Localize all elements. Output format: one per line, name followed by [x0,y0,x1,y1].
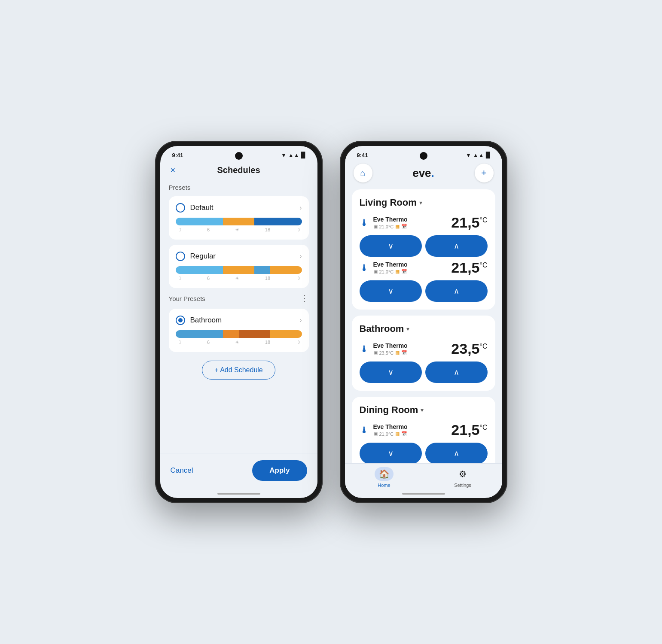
thermo-name-bath: Eve Thermo [373,342,408,349]
calendar-icon-dining: 📅 [401,431,407,437]
schedules-body: Presets Default › [160,182,317,453]
home-indicator [160,489,317,498]
home-circle-button[interactable]: ⌂ [354,164,372,182]
settings-tab-label: Settings [454,483,471,488]
add-button[interactable]: + [475,164,494,182]
bar-seg [223,218,255,225]
home-tab-label: Home [378,483,390,488]
add-schedule-label: + Add Schedule [214,366,263,374]
thermometer-icon-2: 🌡 [360,262,369,273]
thermo-name-dining: Eve Thermo [373,423,408,430]
status-icons-eve: ▼ ▲▲ ▉ [466,152,490,158]
camera [420,152,427,160]
thermo-temp-2: 21,5°C [451,259,487,276]
control-btns-dining: ∨ ∧ [360,443,488,463]
decrease-button-bath[interactable]: ∨ [360,361,422,383]
bar-seg [254,266,270,274]
apply-button[interactable]: Apply [252,460,307,481]
calendar-icon-2: 📅 [401,269,407,274]
room-dropdown-bathroom[interactable]: ▾ [406,325,409,332]
status-time: 9:41 [172,152,183,158]
preset-row-bathroom[interactable]: Bathroom › [176,316,302,325]
schedule-icon: ▦ [395,224,400,229]
home-indicator-eve [345,489,502,498]
preset-row-regular[interactable]: Regular › [176,252,302,261]
room-dropdown-dining[interactable]: ▾ [421,407,424,413]
schedule-bar-bathroom: ☽ 6 ☀ 18 ☽ [176,330,302,345]
thermo-sub-icon-bath: ▣ [373,350,378,355]
bar-seg [176,330,223,338]
room-card-dining: Dining Room ▾ 🌡 Eve Thermo ▣ 21,0°C [352,397,495,463]
room-dropdown-living[interactable]: ▾ [419,199,422,206]
chevron-bathroom: › [299,316,302,324]
eve-dot: . [431,167,434,179]
tab-bar: 🏠 Home ⚙ Settings [345,463,502,489]
close-button[interactable]: × [171,165,176,175]
preset-name-regular: Regular [190,252,216,261]
bar-seg [270,266,302,274]
decrease-button[interactable]: ∨ [360,235,422,257]
room-card-bathroom: Bathroom ▾ 🌡 Eve Thermo ▣ 23,5°C ▦ [352,316,495,391]
thermometer-icon-bath: 🌡 [360,343,369,355]
status-time-eve: 9:41 [357,152,368,158]
settings-tab-icon-wrap: ⚙ [453,467,472,481]
bar-seg [239,330,271,338]
bar-seg [176,266,223,274]
control-btns: ∨ ∧ [360,235,488,257]
phone-schedules: 9:41 ▼ ▲▲ ▉ × Schedules Presets D [155,141,323,503]
decrease-button-dining[interactable]: ∨ [360,443,422,463]
calendar-icon: 📅 [401,224,407,229]
preset-row-default[interactable]: Default › [176,203,302,213]
increase-button[interactable]: ∧ [425,235,488,257]
increase-button-2[interactable]: ∧ [425,280,488,302]
schedules-header: × Schedules [160,162,317,182]
thermometer-icon-dining: 🌡 [360,425,369,436]
tab-home[interactable]: 🏠 Home [345,467,424,488]
decrease-button-2[interactable]: ∨ [360,280,422,302]
add-schedule-button[interactable]: + Add Schedule [202,361,275,380]
thermo-row-bath: 🌡 Eve Thermo ▣ 23,5°C ▦ 📅 [360,340,488,357]
rooms-scroll: Living Room ▾ 🌡 Eve Thermo ▣ 21,0°C [345,189,502,463]
radio-bathroom[interactable] [176,316,185,325]
increase-button-dining[interactable]: ∧ [425,443,488,463]
thermo-sub-temp-bath: 23,5°C [379,350,394,355]
room-name-living: Living Room [360,197,417,208]
room-name-bathroom: Bathroom [360,323,404,334]
preset-card-bathroom: Bathroom › ☽ 6 [169,309,309,352]
more-options-icon[interactable]: ⋮ [300,293,309,304]
schedules-screen: × Schedules Presets Default › [160,162,317,498]
schedule-bar-regular: ☽ 6 ☀ 18 ☽ [176,266,302,281]
bar-seg [270,330,302,338]
eve-logo: eve. [412,167,434,180]
room-name-dining: Dining Room [360,404,418,416]
calendar-icon-bath: 📅 [401,350,407,355]
preset-name-default: Default [190,204,214,212]
status-icons: ▼ ▲▲ ▉ [281,152,305,158]
thermo-sub-temp-dining: 21,0°C [379,431,394,437]
home-tab-icon: 🏠 [379,469,390,479]
eve-screen: ⌂ eve. + Living Room ▾ 🌡 [345,162,502,498]
battery-icon: ▉ [301,152,305,158]
thermo-temp-dining: 21,5°C [451,422,487,438]
schedules-title: Schedules [217,165,260,175]
schedule-icon-dining: ▦ [395,431,400,437]
your-presets-label: Your Presets [169,295,205,302]
thermo-sub-temp: 21,0°C [379,224,394,229]
camera [235,152,243,160]
home-tab-icon-wrap: 🏠 [375,467,394,481]
thermo-sub-temp-2: 21,0°C [379,269,394,274]
battery-icon-eve: ▉ [486,152,490,158]
preset-name-bathroom: Bathroom [190,316,222,325]
schedule-icon-2: ▦ [395,269,400,274]
radio-default[interactable] [176,203,185,213]
increase-button-bath[interactable]: ∧ [425,361,488,383]
house-icon: ⌂ [360,168,365,178]
room-card-living: Living Room ▾ 🌡 Eve Thermo ▣ 21,0°C [352,189,495,310]
bar-seg [254,218,302,225]
signal-icon: ▲▲ [288,152,299,158]
wifi-icon-eve: ▼ [466,152,471,158]
tab-settings[interactable]: ⚙ Settings [424,467,502,488]
cancel-button[interactable]: Cancel [171,466,193,475]
radio-regular[interactable] [176,252,185,261]
control-btns-2: ∨ ∧ [360,280,488,302]
